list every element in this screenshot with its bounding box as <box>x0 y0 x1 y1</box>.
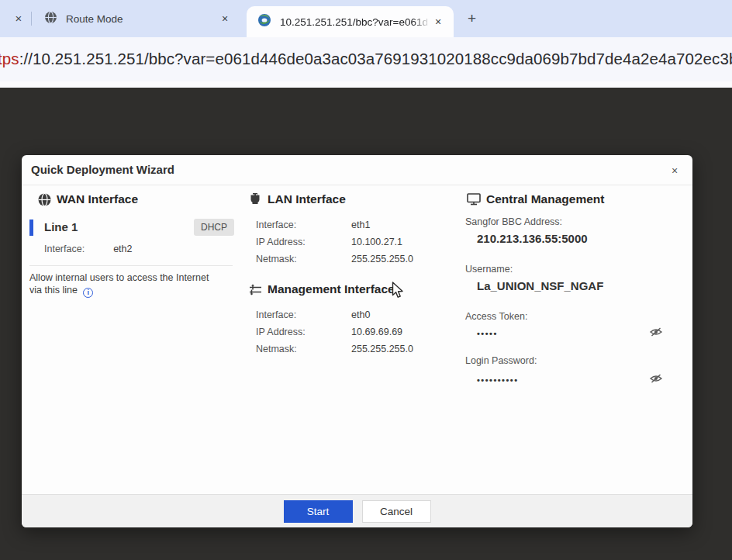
wan-interface-row: Interface:eth2 <box>44 244 240 254</box>
central-heading-label: Central Management <box>486 192 604 206</box>
lan-heading: LAN Interface <box>248 192 461 206</box>
dhcp-badge: DHCP <box>194 219 234 236</box>
start-button[interactable]: Start <box>284 500 353 523</box>
tab-title: Route Mode <box>66 13 217 25</box>
central-management-section: Central Management Sangfor BBC Address: … <box>465 192 687 425</box>
field-value: 255.255.255.0 <box>351 254 413 264</box>
dialog-titlebar: Quick Deployment Wizard × <box>22 155 692 185</box>
wan-note: Allow internal users to access the Inter… <box>29 271 230 298</box>
central-heading: Central Management <box>467 192 687 206</box>
wan-heading-label: WAN Interface <box>57 192 138 206</box>
cancel-button[interactable]: Cancel <box>362 500 431 523</box>
mgmt-field-row: Interface: eth0 <box>248 309 461 327</box>
wan-interface-label: Interface: <box>44 244 85 254</box>
mgmt-heading-label: Management Interface <box>268 282 395 296</box>
wan-section: WAN Interface Line 1 DHCP Interface:eth2… <box>29 192 240 298</box>
lan-field-row: Netmask: 255.255.255.0 <box>248 254 461 271</box>
bbc-address-value: 210.213.136.55:5000 <box>477 232 588 245</box>
mgmt-fields: Interface: eth0 IP Address: 10.69.69.69 … <box>248 309 461 361</box>
wan-interface-value: eth2 <box>113 244 132 254</box>
login-password-masked-value: •••••••••• <box>477 375 519 385</box>
field-label: Interface: <box>256 220 296 230</box>
wan-note-line1: Allow internal users to access the Inter… <box>29 272 209 283</box>
address-bar[interactable]: tps://10.251.251.251/bbc?var=e061d446de0… <box>0 37 732 81</box>
field-value: eth0 <box>351 309 370 320</box>
toolbar-lower-strip <box>0 81 732 88</box>
bbc-address-label: Sangfor BBC Address: <box>465 216 562 227</box>
sangfor-favicon <box>257 13 271 30</box>
browser-tab-bar: × Route Mode × 10.251.251.251/bbc?var=e0… <box>0 0 732 37</box>
new-tab-button[interactable]: + <box>463 10 481 28</box>
sliders-icon <box>248 284 262 296</box>
tab-close-icon[interactable]: × <box>217 11 233 26</box>
quick-deployment-wizard-dialog: Quick Deployment Wizard × WAN Interface … <box>22 155 692 527</box>
eye-slash-icon[interactable] <box>649 326 665 341</box>
globe-icon <box>44 11 57 27</box>
tab-separator <box>31 12 32 26</box>
field-value: 10.100.27.1 <box>351 237 402 247</box>
access-token-masked-value: ••••• <box>477 329 498 338</box>
dialog-title: Quick Deployment Wizard <box>31 163 174 176</box>
mgmt-field-row: Netmask: 255.255.255.0 <box>248 344 461 361</box>
monitor-icon <box>467 193 481 206</box>
field-label: Netmask: <box>256 344 297 354</box>
url-scheme-fragment: tps <box>0 50 19 67</box>
wan-line-row[interactable]: Line 1 DHCP <box>29 219 240 237</box>
field-value: eth1 <box>351 220 370 230</box>
access-token-label: Access Token: <box>465 311 527 322</box>
wan-divider <box>29 265 233 266</box>
lan-heading-label: LAN Interface <box>268 192 346 206</box>
username-label: Username: <box>465 264 513 275</box>
wan-heading: WAN Interface <box>29 192 240 206</box>
eye-slash-icon[interactable] <box>649 372 665 388</box>
username-value: La_UNION_NSF_NGAF <box>477 279 603 292</box>
field-label: Interface: <box>256 309 296 320</box>
url-text[interactable]: tps://10.251.251.251/bbc?var=e061d446de0… <box>0 50 732 68</box>
info-icon[interactable]: i <box>83 288 93 298</box>
field-label: IP Address: <box>256 237 306 247</box>
line-name: Line 1 <box>44 220 78 233</box>
partial-tab-close-button[interactable]: × <box>10 10 27 27</box>
dialog-close-icon[interactable]: × <box>666 162 683 179</box>
tab-active-device[interactable]: 10.251.251.251/bbc?var=e061d × <box>247 6 454 37</box>
login-password-label: Login Password: <box>465 355 537 366</box>
field-value: 10.69.69.69 <box>351 327 402 337</box>
lan-section: LAN Interface Interface: eth1 IP Address… <box>248 192 461 361</box>
tab-title: 10.251.251.251/bbc?var=e061d <box>280 16 430 28</box>
mgmt-field-row: IP Address: 10.69.69.69 <box>248 327 461 344</box>
tab-close-icon[interactable]: × <box>430 14 446 29</box>
field-value: 255.255.255.0 <box>351 344 413 354</box>
lan-field-row: Interface: eth1 <box>248 220 461 237</box>
mouse-cursor <box>392 282 406 302</box>
field-label: Netmask: <box>256 254 297 264</box>
lan-fields: Interface: eth1 IP Address: 10.100.27.1 … <box>248 220 461 271</box>
dialog-footer: Start Cancel <box>22 494 692 527</box>
line-accent-bar <box>29 220 33 236</box>
field-label: IP Address: <box>256 327 306 337</box>
lan-field-row: IP Address: 10.100.27.1 <box>248 237 461 254</box>
wan-globe-icon <box>37 193 51 206</box>
url-rest: ://10.251.251.251/bbc?var=e061d446de0a3a… <box>19 50 732 67</box>
mgmt-heading: Management Interface <box>248 282 461 296</box>
tab-route-mode[interactable]: Route Mode × <box>34 0 240 37</box>
wan-note-line2: via this line <box>29 285 78 296</box>
lan-port-icon <box>248 193 262 206</box>
